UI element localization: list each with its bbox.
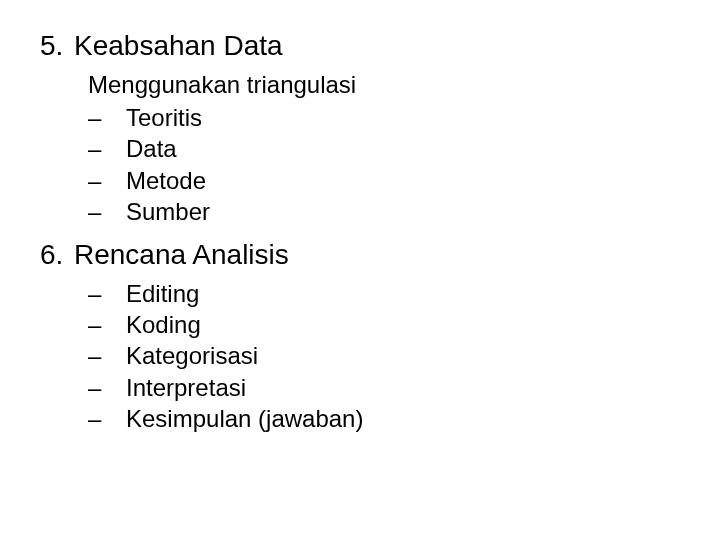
dash-icon: –	[88, 165, 126, 196]
sub-item: – Editing	[88, 278, 680, 309]
sub-item: – Data	[88, 133, 680, 164]
dash-icon: –	[88, 309, 126, 340]
sub-item-label: Metode	[126, 165, 680, 196]
sub-item-label: Koding	[126, 309, 680, 340]
sub-item-label: Data	[126, 133, 680, 164]
list-title: Keabsahan Data	[74, 28, 680, 63]
dash-icon: –	[88, 403, 126, 434]
sub-item-label: Interpretasi	[126, 372, 680, 403]
list-number: 6.	[40, 237, 74, 272]
sub-item-label: Editing	[126, 278, 680, 309]
sub-item: – Metode	[88, 165, 680, 196]
list-number: 5.	[40, 28, 74, 63]
dash-icon: –	[88, 196, 126, 227]
sub-item: – Koding	[88, 309, 680, 340]
list-item-5: 5. Keabsahan Data	[40, 28, 680, 63]
list-title: Rencana Analisis	[74, 237, 680, 272]
sub-item-label: Sumber	[126, 196, 680, 227]
intro-text: Menggunakan triangulasi	[88, 69, 680, 100]
sub-item-label: Kategorisasi	[126, 340, 680, 371]
dash-icon: –	[88, 133, 126, 164]
dash-icon: –	[88, 278, 126, 309]
list-item-6: 6. Rencana Analisis	[40, 237, 680, 272]
sub-item-label: Kesimpulan (jawaban)	[126, 403, 680, 434]
sub-item: – Interpretasi	[88, 372, 680, 403]
sub-item: – Sumber	[88, 196, 680, 227]
sub-item-label: Teoritis	[126, 102, 680, 133]
slide: 5. Keabsahan Data Menggunakan triangulas…	[0, 0, 720, 540]
dash-icon: –	[88, 372, 126, 403]
sub-item: – Kategorisasi	[88, 340, 680, 371]
sub-item: – Teoritis	[88, 102, 680, 133]
sub-item: – Kesimpulan (jawaban)	[88, 403, 680, 434]
dash-icon: –	[88, 102, 126, 133]
dash-icon: –	[88, 340, 126, 371]
